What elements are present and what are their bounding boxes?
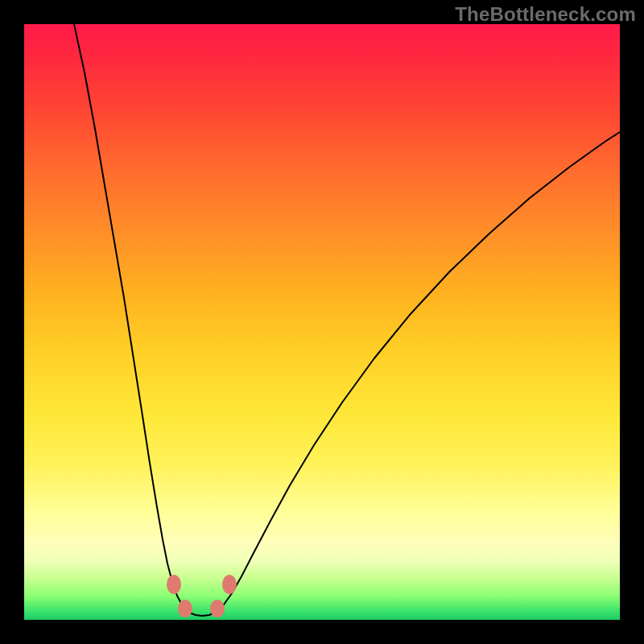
curve-group <box>74 24 620 616</box>
bead-right-upper <box>222 575 237 594</box>
chart-outer-frame: TheBottleneck.com <box>0 0 644 644</box>
curve-svg <box>24 24 620 620</box>
bead-left-upper <box>167 575 181 594</box>
bead-right-lower <box>210 600 225 617</box>
bead-left-lower <box>178 600 192 617</box>
bottleneck-curve <box>74 24 620 616</box>
watermark-text: TheBottleneck.com <box>455 3 636 26</box>
plot-area <box>24 24 620 620</box>
